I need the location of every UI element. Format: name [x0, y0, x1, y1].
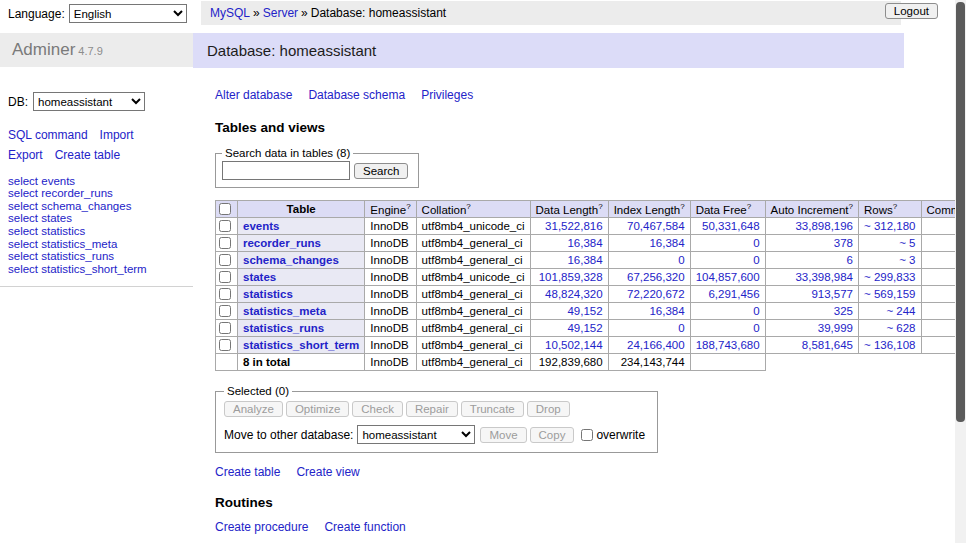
index-length-cell-link[interactable]: 0 — [678, 322, 684, 334]
table-name-cell-link[interactable]: events — [243, 220, 279, 232]
data-length-cell-link[interactable]: 101,859,328 — [539, 271, 603, 283]
data-free-cell-link[interactable]: 188,743,680 — [696, 339, 760, 351]
row-checkbox[interactable] — [219, 220, 231, 232]
logout-button[interactable]: Logout — [885, 3, 938, 19]
link-create-view[interactable]: Create view — [296, 465, 359, 479]
sidebar-table-link-select-statistics-meta[interactable]: select statistics_meta — [8, 238, 117, 250]
sidebar-table-link-select-statistics-runs[interactable]: select statistics_runs — [8, 250, 114, 262]
auto-increment-cell-link[interactable]: 325 — [834, 305, 853, 317]
row-checkbox[interactable] — [219, 339, 231, 351]
sidebar-link-sql-command[interactable]: SQL command — [8, 128, 88, 142]
rows-cell-link[interactable]: ~ 569,159 — [864, 288, 915, 300]
analyze-button[interactable]: Analyze — [224, 401, 283, 417]
rows-cell-link[interactable]: ~ 136,108 — [864, 339, 915, 351]
auto-increment-cell-link[interactable]: 33,898,196 — [795, 220, 853, 232]
rows-cell-link[interactable]: ~ 3 — [899, 254, 915, 266]
copy-button[interactable]: Copy — [530, 427, 575, 443]
check-button[interactable]: Check — [352, 401, 403, 417]
table-name-cell-link[interactable]: recorder_runs — [243, 237, 321, 249]
index-length-cell-link[interactable]: 16,384 — [649, 305, 684, 317]
select-all-checkbox[interactable] — [219, 203, 231, 215]
row-checkbox[interactable] — [219, 237, 231, 249]
auto-increment-cell-link[interactable]: 913,577 — [811, 288, 853, 300]
sidebar-table-link-select-recorder-runs[interactable]: select recorder_runs — [8, 187, 113, 199]
action-privileges[interactable]: Privileges — [421, 88, 473, 102]
doc-link[interactable]: ? — [680, 202, 684, 211]
scrollbar-track[interactable] — [955, 0, 966, 543]
table-name-cell-link[interactable]: statistics — [243, 288, 293, 300]
data-length-cell-link[interactable]: 10,502,144 — [545, 339, 603, 351]
rows-cell-link[interactable]: ~ 628 — [886, 322, 915, 334]
data-free-cell-link[interactable]: 0 — [753, 322, 759, 334]
data-free-cell-link[interactable]: 0 — [753, 237, 759, 249]
auto-increment-cell-link[interactable]: 378 — [834, 237, 853, 249]
optimize-button[interactable]: Optimize — [286, 401, 349, 417]
sidebar-link-create-table[interactable]: Create table — [55, 148, 120, 162]
move-button[interactable]: Move — [480, 427, 526, 443]
auto-increment-cell-link[interactable]: 33,398,984 — [795, 271, 853, 283]
sidebar-table-link-select-events[interactable]: select events — [8, 175, 75, 187]
link-create-function[interactable]: Create function — [324, 520, 405, 534]
doc-link[interactable]: ? — [747, 202, 751, 211]
auto-increment-cell-link[interactable]: 39,999 — [818, 322, 853, 334]
row-checkbox[interactable] — [219, 288, 231, 300]
data-length-cell-link[interactable]: 48,824,320 — [545, 288, 603, 300]
db-select[interactable]: homeassistant — [33, 92, 145, 111]
doc-link[interactable]: ? — [893, 202, 897, 211]
doc-link[interactable]: ? — [849, 202, 853, 211]
sidebar-table-link-select-states[interactable]: select states — [8, 212, 72, 224]
auto-increment-cell-link[interactable]: 8,581,645 — [802, 339, 853, 351]
move-db-select[interactable]: homeassistant — [357, 425, 475, 444]
data-length-cell-link[interactable]: 16,384 — [567, 237, 602, 249]
action-alter-database[interactable]: Alter database — [215, 88, 292, 102]
breadcrumb-server-link[interactable]: Server — [263, 6, 298, 20]
index-length-cell-link[interactable]: 67,256,320 — [627, 271, 685, 283]
data-free-cell-link[interactable]: 0 — [753, 305, 759, 317]
index-length-cell-link[interactable]: 72,220,672 — [627, 288, 685, 300]
row-checkbox[interactable] — [219, 305, 231, 317]
truncate-button[interactable]: Truncate — [461, 401, 524, 417]
index-length-cell-link[interactable]: 16,384 — [649, 237, 684, 249]
doc-link[interactable]: ? — [406, 202, 410, 211]
breadcrumb-mysql-link[interactable]: MySQL — [210, 6, 250, 20]
sidebar-table-link-select-statistics-short-term[interactable]: select statistics_short_term — [8, 263, 147, 275]
doc-link[interactable]: ? — [466, 202, 470, 211]
doc-link[interactable]: ? — [598, 202, 602, 211]
row-checkbox[interactable] — [219, 254, 231, 266]
scrollbar-thumb[interactable] — [956, 2, 965, 422]
search-input[interactable] — [222, 161, 350, 180]
table-name-cell-link[interactable]: states — [243, 271, 276, 283]
data-free-cell-link[interactable]: 0 — [753, 254, 759, 266]
rows-cell-link[interactable]: ~ 312,180 — [864, 220, 915, 232]
sidebar-link-import[interactable]: Import — [100, 128, 134, 142]
overwrite-checkbox[interactable] — [581, 429, 593, 441]
rows-cell-link[interactable]: ~ 244 — [886, 305, 915, 317]
sidebar-table-link-select-statistics[interactable]: select statistics — [8, 225, 85, 237]
data-length-cell-link[interactable]: 49,152 — [567, 305, 602, 317]
data-free-cell-link[interactable]: 104,857,600 — [696, 271, 760, 283]
link-create-table[interactable]: Create table — [215, 465, 280, 479]
data-length-cell-link[interactable]: 49,152 — [567, 322, 602, 334]
data-free-cell-link[interactable]: 50,331,648 — [702, 220, 760, 232]
table-name-cell-link[interactable]: statistics_short_term — [243, 339, 359, 351]
sidebar-table-link-select-schema-changes[interactable]: select schema_changes — [8, 200, 131, 212]
index-length-cell-link[interactable]: 70,467,584 — [627, 220, 685, 232]
rows-cell-link[interactable]: ~ 299,833 — [864, 271, 915, 283]
auto-increment-cell-link[interactable]: 6 — [847, 254, 853, 266]
table-name-cell-link[interactable]: statistics_runs — [243, 322, 324, 334]
repair-button[interactable]: Repair — [406, 401, 458, 417]
rows-cell-link[interactable]: ~ 5 — [899, 237, 915, 249]
overwrite-option[interactable]: overwrite — [581, 428, 649, 442]
data-length-cell-link[interactable]: 16,384 — [567, 254, 602, 266]
language-select[interactable]: English — [69, 4, 187, 23]
action-database-schema[interactable]: Database schema — [308, 88, 405, 102]
row-checkbox[interactable] — [219, 271, 231, 283]
drop-button[interactable]: Drop — [527, 401, 570, 417]
index-length-cell-link[interactable]: 24,166,400 — [627, 339, 685, 351]
search-button[interactable]: Search — [354, 163, 408, 179]
data-free-cell-link[interactable]: 6,291,456 — [708, 288, 759, 300]
sidebar-link-export[interactable]: Export — [8, 148, 43, 162]
data-length-cell-link[interactable]: 31,522,816 — [545, 220, 603, 232]
link-create-procedure[interactable]: Create procedure — [215, 520, 308, 534]
table-name-cell-link[interactable]: statistics_meta — [243, 305, 326, 317]
